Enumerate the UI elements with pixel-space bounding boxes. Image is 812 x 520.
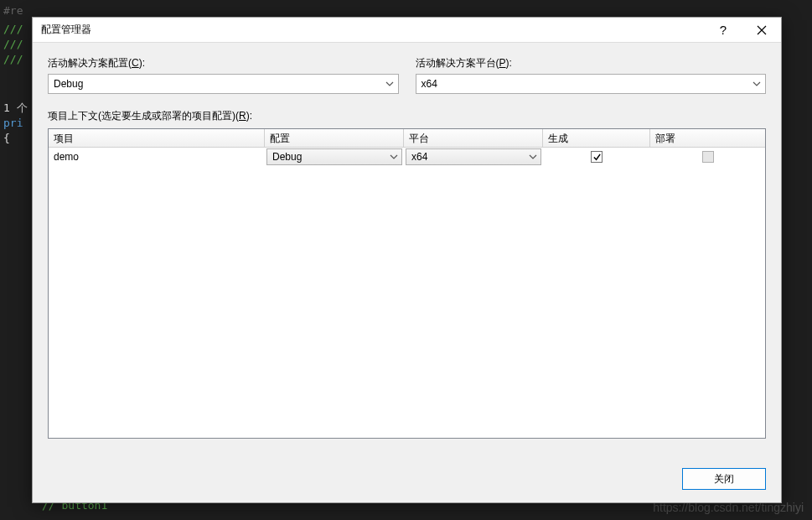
cell-platform-value: x64 [411, 151, 427, 163]
dialog-title: 配置管理器 [41, 23, 704, 37]
build-checkbox[interactable] [591, 151, 603, 163]
configuration-manager-dialog: 配置管理器 ? 活动解决方案配置(C): Debug 活动解决方案平台( [32, 17, 782, 503]
dialog-footer: 关闭 [33, 455, 781, 502]
project-context-label: 项目上下文(选定要生成或部署的项目配置)(R): [48, 109, 766, 123]
code-line: pri [3, 117, 23, 129]
cell-config-value: Debug [272, 151, 302, 163]
chevron-down-icon [385, 81, 394, 86]
active-config-label: 活动解决方案配置(C): [48, 56, 399, 70]
code-line: { [3, 132, 10, 144]
column-header-deploy[interactable]: 部署 [650, 129, 765, 147]
active-config-dropdown[interactable]: Debug [48, 74, 399, 94]
code-line: #re [3, 4, 23, 17]
project-context-table: 项目 配置 平台 生成 部署 demo Debug [48, 128, 766, 439]
chevron-down-icon [753, 81, 761, 86]
table-row: demo Debug x64 [49, 148, 765, 166]
code-line: 1 个 [3, 101, 28, 114]
table-header: 项目 配置 平台 生成 部署 [49, 129, 765, 148]
column-header-config[interactable]: 配置 [265, 129, 404, 147]
table-body: demo Debug x64 [49, 148, 765, 438]
column-header-build[interactable]: 生成 [543, 129, 650, 147]
column-header-project[interactable]: 项目 [49, 129, 265, 147]
code-line: /// [3, 53, 23, 65]
dialog-titlebar: 配置管理器 ? [33, 18, 781, 43]
cell-project: demo [49, 148, 265, 166]
dialog-content: 活动解决方案配置(C): Debug 活动解决方案平台(P): x64 [33, 43, 781, 455]
close-icon[interactable] [742, 18, 781, 43]
cell-config-dropdown[interactable]: Debug [266, 148, 402, 165]
cell-platform-dropdown[interactable]: x64 [406, 148, 541, 165]
active-platform-dropdown[interactable]: x64 [416, 74, 767, 94]
code-line: /// [3, 38, 23, 50]
deploy-checkbox [702, 151, 714, 163]
chevron-down-icon [390, 154, 398, 159]
close-button[interactable]: 关闭 [682, 468, 766, 490]
chevron-down-icon [529, 154, 537, 159]
active-platform-label: 活动解决方案平台(P): [416, 56, 767, 70]
active-platform-value: x64 [422, 78, 437, 90]
column-header-platform[interactable]: 平台 [404, 129, 543, 147]
help-button[interactable]: ? [704, 18, 742, 43]
active-config-value: Debug [54, 78, 83, 90]
code-line: /// [3, 23, 23, 35]
